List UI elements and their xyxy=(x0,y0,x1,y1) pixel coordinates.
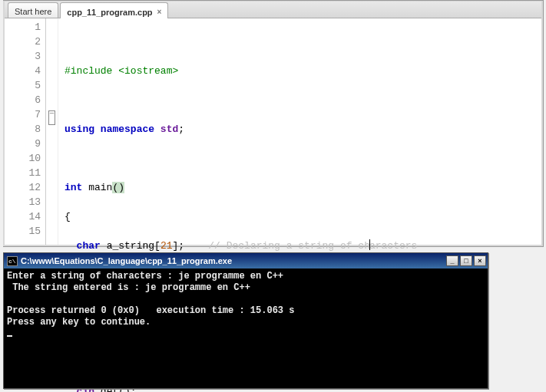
line-number: 10 xyxy=(5,151,41,166)
tab-cpp-program[interactable]: cpp_11_program.cpp × xyxy=(60,2,168,18)
close-icon[interactable]: × xyxy=(157,8,162,16)
token-include: #include xyxy=(65,65,112,77)
close-button[interactable]: × xyxy=(474,255,486,266)
line-number: 4 xyxy=(5,64,41,78)
line-number: 13 xyxy=(5,195,41,209)
token-num: 21 xyxy=(160,240,173,252)
token-namespace: namespace xyxy=(101,124,154,135)
code-comment: aracters xyxy=(369,240,417,252)
token-char: char xyxy=(77,240,101,252)
token-std: std xyxy=(160,124,178,135)
tab-start-here[interactable]: Start here xyxy=(8,2,58,18)
line-number: 12 xyxy=(5,180,41,195)
line-number-gutter: 1 2 3 4 5 6 7 8 9 10 11 12 13 14 15 xyxy=(5,18,46,245)
line-number: 8 xyxy=(5,122,41,137)
console-title: C:\www\Equations\C_language\cpp_11_progr… xyxy=(21,256,232,265)
line-number: 9 xyxy=(5,137,41,151)
tab-label: Start here xyxy=(15,7,51,16)
line-number: 2 xyxy=(5,35,41,49)
line-number: 6 xyxy=(5,93,41,107)
tab-bar: Start here cpp_11_program.cpp × xyxy=(5,2,541,18)
line-number: 11 xyxy=(5,166,41,180)
console-line: The string entered is : je programme en … xyxy=(7,282,250,293)
code-editor: Start here cpp_11_program.cpp × 1 2 3 4 … xyxy=(3,0,544,247)
fold-column: − xyxy=(46,18,58,245)
console-titlebar[interactable]: c\ C:\www\Equations\C_language\cpp_11_pr… xyxy=(4,253,488,268)
code-area[interactable]: 1 2 3 4 5 6 7 8 9 10 11 12 13 14 15 − xyxy=(5,18,541,245)
token-int: int xyxy=(65,182,82,193)
cmd-icon: c\ xyxy=(7,256,18,266)
line-number: 7 xyxy=(5,107,41,122)
tab-label: cpp_11_program.cpp xyxy=(67,8,152,17)
line-number: 14 xyxy=(5,209,41,224)
console-line: Process returned 0 (0x0) execution time … xyxy=(7,305,294,316)
console-window: c\ C:\www\Equations\C_language\cpp_11_pr… xyxy=(3,252,488,389)
code-comment: // Declaring a string of ch xyxy=(208,240,370,252)
line-number: 15 xyxy=(5,224,41,239)
console-line: Enter a string of characters : je progra… xyxy=(7,271,283,282)
token-using: using xyxy=(65,124,94,135)
line-number: 3 xyxy=(5,49,41,64)
console-output: Enter a string of characters : je progra… xyxy=(4,268,488,388)
maximize-button[interactable]: □ xyxy=(460,255,472,266)
console-cursor xyxy=(7,335,12,337)
token-ident: a_string xyxy=(107,240,154,252)
token-header: <iostream> xyxy=(118,65,178,77)
fold-toggle-icon[interactable]: − xyxy=(48,110,55,125)
line-number: 5 xyxy=(5,78,41,93)
code-text[interactable]: #include <iostream> using namespace std;… xyxy=(58,18,484,245)
minimize-button[interactable]: _ xyxy=(446,255,458,266)
console-line: Press any key to continue. xyxy=(7,317,151,328)
line-number: 1 xyxy=(5,20,41,35)
token-main: main xyxy=(88,182,112,193)
